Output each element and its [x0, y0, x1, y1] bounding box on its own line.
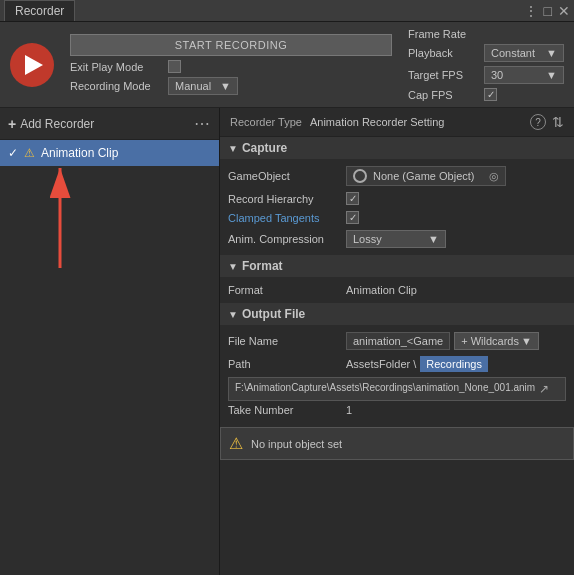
help-icon[interactable]: ? [530, 114, 546, 130]
full-path-display: F:\AnimationCapture\Assets\Recordings\an… [228, 377, 566, 401]
take-number-row: Take Number 1 [228, 401, 566, 419]
file-name-input[interactable]: animation_<Game [346, 332, 450, 350]
warning-icon: ⚠ [229, 434, 243, 453]
output-file-section-body: File Name animation_<Game + Wildcards ▼ … [220, 325, 574, 423]
clamped-tangents-row: Clamped Tangents ✓ [228, 208, 566, 227]
recorder-warning-icon: ⚠ [24, 146, 35, 160]
clamped-tangents-checkmark: ✓ [349, 212, 357, 223]
file-name-value: animation_<Game [353, 335, 443, 347]
left-panel: + Add Recorder ⋯ ✓ ⚠ Animation Clip [0, 108, 220, 575]
anim-compression-value: Lossy [353, 233, 382, 245]
file-name-label: File Name [228, 335, 338, 347]
path-label: Path [228, 358, 338, 370]
target-fps-label: Target FPS [408, 69, 476, 81]
format-section-title: Format [242, 259, 283, 273]
wildcards-label: + Wildcards [461, 335, 519, 347]
take-number-label: Take Number [228, 404, 338, 416]
more-icon[interactable]: ⋮ [524, 3, 538, 19]
format-label: Format [228, 284, 338, 296]
gameobject-field[interactable]: None (Game Object) ◎ [346, 166, 506, 186]
path-row: Path AssetsFolder \ Recordings [228, 353, 566, 375]
main-area: + Add Recorder ⋯ ✓ ⚠ Animation Clip Reco… [0, 108, 574, 575]
capture-section-header[interactable]: ▼ Capture [220, 137, 574, 159]
gameobject-value: None (Game Object) [373, 170, 474, 182]
frame-rate-title: Frame Rate [408, 28, 564, 40]
dropdown-arrow-icon: ▼ [220, 80, 231, 92]
more-options-icon[interactable]: ⋯ [194, 114, 211, 133]
cap-fps-checkmark: ✓ [487, 89, 495, 100]
target-select-icon[interactable]: ◎ [489, 170, 499, 183]
format-section-header[interactable]: ▼ Format [220, 255, 574, 277]
format-value: Animation Clip [346, 284, 417, 296]
object-field-icon [353, 169, 367, 183]
record-hierarchy-row: Record Hierarchy ✓ [228, 189, 566, 208]
tab-title: Recorder [15, 4, 64, 18]
clamped-tangents-checkbox[interactable]: ✓ [346, 211, 359, 224]
plus-icon: + [8, 116, 16, 132]
format-section-body: Format Animation Clip [220, 277, 574, 303]
playback-dropdown[interactable]: Constant ▼ [484, 44, 564, 62]
warning-text: No input object set [251, 438, 342, 450]
recorder-item[interactable]: ✓ ⚠ Animation Clip [0, 140, 219, 166]
playback-row: Playback Constant ▼ [408, 44, 564, 62]
exit-play-mode-checkbox[interactable] [168, 60, 181, 73]
recording-mode-label: Recording Mode [70, 80, 160, 92]
playback-value: Constant [491, 47, 535, 59]
playback-arrow-icon: ▼ [546, 47, 557, 59]
output-file-section-title: Output File [242, 307, 305, 321]
play-icon [25, 55, 43, 75]
cap-fps-checkbox[interactable]: ✓ [484, 88, 497, 101]
add-recorder-label: Add Recorder [20, 117, 94, 131]
warning-box: ⚠ No input object set [220, 427, 574, 460]
add-recorder-bar: + Add Recorder ⋯ [0, 108, 219, 140]
gameobject-row: GameObject None (Game Object) ◎ [228, 163, 566, 189]
start-recording-button[interactable]: START RECORDING [70, 34, 392, 56]
cap-fps-label: Cap FPS [408, 89, 476, 101]
right-panel: Recorder Type Animation Recorder Setting… [220, 108, 574, 575]
top-controls: START RECORDING Exit Play Mode Recording… [0, 22, 574, 108]
anim-compression-arrow: ▼ [428, 233, 439, 245]
output-file-section-header[interactable]: ▼ Output File [220, 303, 574, 325]
wildcards-arrow: ▼ [521, 335, 532, 347]
play-button[interactable] [10, 43, 54, 87]
exit-play-mode-row: Exit Play Mode [70, 60, 392, 73]
record-hierarchy-checkbox[interactable]: ✓ [346, 192, 359, 205]
record-hierarchy-label: Record Hierarchy [228, 193, 338, 205]
output-file-collapse-icon: ▼ [228, 309, 238, 320]
anim-compression-label: Anim. Compression [228, 233, 338, 245]
file-name-controls: animation_<Game + Wildcards ▼ [346, 332, 539, 350]
format-row: Format Animation Clip [228, 281, 566, 299]
target-fps-value: 30 [491, 69, 503, 81]
recorder-tab[interactable]: Recorder [4, 0, 75, 21]
close-icon[interactable]: ✕ [558, 3, 570, 19]
format-collapse-icon: ▼ [228, 261, 238, 272]
path-controls: AssetsFolder \ Recordings [346, 356, 488, 372]
full-path-text: F:\AnimationCapture\Assets\Recordings\an… [235, 382, 535, 393]
recording-mode-value: Manual [175, 80, 211, 92]
file-name-row: File Name animation_<Game + Wildcards ▼ [228, 329, 566, 353]
recorder-checkmark: ✓ [8, 146, 18, 160]
recording-mode-dropdown[interactable]: Manual ▼ [168, 77, 238, 95]
recorder-type-value: Animation Recorder Setting [310, 116, 445, 128]
target-fps-arrow-icon: ▼ [546, 69, 557, 81]
add-recorder-button[interactable]: + Add Recorder [8, 116, 94, 132]
path-left-value: AssetsFolder \ [346, 358, 416, 370]
recordings-badge[interactable]: Recordings [420, 356, 488, 372]
recordings-label: Recordings [426, 358, 482, 370]
recorder-type-label: Recorder Type [230, 116, 302, 128]
settings-icon[interactable]: ⇅ [552, 114, 564, 130]
target-fps-row: Target FPS 30 ▼ [408, 66, 564, 84]
wildcards-button[interactable]: + Wildcards ▼ [454, 332, 539, 350]
tab-bar: Recorder ⋮ □ ✕ [0, 0, 574, 22]
tab-icons: ⋮ □ ✕ [524, 3, 570, 19]
maximize-icon[interactable]: □ [544, 3, 552, 19]
clamped-tangents-label: Clamped Tangents [228, 212, 338, 224]
capture-section-body: GameObject None (Game Object) ◎ Record H… [220, 159, 574, 255]
external-link-icon[interactable]: ↗ [539, 382, 549, 396]
target-fps-dropdown[interactable]: 30 ▼ [484, 66, 564, 84]
recorder-label: Animation Clip [41, 146, 118, 160]
frame-rate-section: Frame Rate Playback Constant ▼ Target FP… [408, 28, 564, 101]
anim-compression-dropdown[interactable]: Lossy ▼ [346, 230, 446, 248]
gameobject-label: GameObject [228, 170, 338, 182]
take-number-value: 1 [346, 404, 352, 416]
